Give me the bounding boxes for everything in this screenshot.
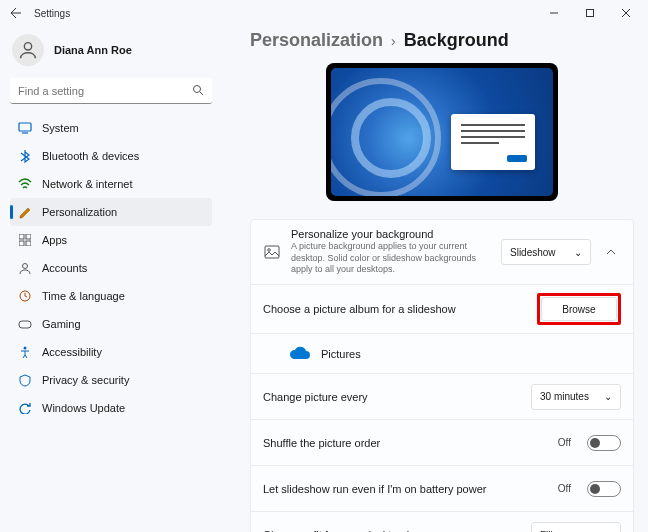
- apps-icon: [18, 233, 32, 247]
- svg-point-14: [24, 347, 27, 350]
- browse-button[interactable]: Browse: [541, 297, 617, 321]
- browse-highlight: Browse: [537, 293, 621, 325]
- titlebar: Settings: [0, 0, 648, 26]
- change-every-title: Change picture every: [263, 391, 521, 403]
- avatar-icon: [12, 34, 44, 66]
- bluetooth-icon: [18, 149, 32, 163]
- update-icon: [18, 401, 32, 415]
- back-button[interactable]: [4, 1, 28, 25]
- desktop-preview: [326, 63, 558, 201]
- personalization-icon: [18, 205, 32, 219]
- sidebar-item-network[interactable]: Network & internet: [10, 170, 212, 198]
- sidebar-item-time[interactable]: Time & language: [10, 282, 212, 310]
- accessibility-icon: [18, 345, 32, 359]
- network-icon: [18, 177, 32, 191]
- sidebar-item-accounts[interactable]: Accounts: [10, 254, 212, 282]
- background-type-dropdown[interactable]: Slideshow ⌄: [501, 239, 591, 265]
- svg-point-16: [268, 249, 271, 252]
- sidebar-item-privacy[interactable]: Privacy & security: [10, 366, 212, 394]
- svg-rect-7: [19, 234, 24, 239]
- svg-rect-9: [19, 241, 24, 246]
- time-icon: [18, 289, 32, 303]
- row-pictures-folder[interactable]: Pictures: [251, 334, 633, 374]
- maximize-button[interactable]: [572, 0, 608, 26]
- user-name: Diana Ann Roe: [54, 44, 132, 56]
- sidebar-item-apps[interactable]: Apps: [10, 226, 212, 254]
- sidebar-item-bluetooth[interactable]: Bluetooth & devices: [10, 142, 212, 170]
- search-input[interactable]: [18, 85, 192, 97]
- personalize-title: Personalize your background: [291, 228, 491, 240]
- svg-line-4: [200, 92, 203, 95]
- row-battery: Let slideshow run even if I'm on battery…: [251, 466, 633, 512]
- privacy-icon: [18, 373, 32, 387]
- chevron-down-icon: ⌄: [574, 247, 582, 258]
- pictures-label: Pictures: [321, 348, 361, 360]
- system-icon: [18, 121, 32, 135]
- album-title: Choose a picture album for a slideshow: [263, 303, 527, 315]
- picture-icon: [263, 244, 281, 260]
- svg-point-11: [23, 264, 28, 269]
- sidebar: Diana Ann Roe System Bluetooth & devices…: [0, 26, 220, 532]
- gaming-icon: [18, 317, 32, 331]
- sidebar-item-gaming[interactable]: Gaming: [10, 310, 212, 338]
- row-choose-album: Choose a picture album for a slideshow B…: [251, 285, 633, 334]
- page-title: Background: [404, 30, 509, 51]
- shuffle-toggle[interactable]: [587, 435, 621, 451]
- close-button[interactable]: [608, 0, 644, 26]
- change-every-dropdown[interactable]: 30 minutes ⌄: [531, 384, 621, 410]
- battery-title: Let slideshow run even if I'm on battery…: [263, 483, 548, 495]
- shuffle-title: Shuffle the picture order: [263, 437, 548, 449]
- accounts-icon: [18, 261, 32, 275]
- collapse-button[interactable]: [601, 249, 621, 255]
- row-change-every: Change picture every 30 minutes ⌄: [251, 374, 633, 420]
- svg-rect-8: [26, 234, 31, 239]
- main-content: Personalization › Background Personalize…: [220, 26, 648, 532]
- svg-rect-1: [587, 10, 594, 17]
- svg-point-2: [24, 43, 31, 50]
- onedrive-icon: [289, 346, 311, 362]
- preview-window-icon: [451, 114, 535, 170]
- svg-rect-10: [26, 241, 31, 246]
- sidebar-item-accessibility[interactable]: Accessibility: [10, 338, 212, 366]
- row-fit: Choose a fit for your desktop image Fill…: [251, 512, 633, 532]
- minimize-button[interactable]: [536, 0, 572, 26]
- user-profile[interactable]: Diana Ann Roe: [10, 30, 212, 78]
- sidebar-item-system[interactable]: System: [10, 114, 212, 142]
- search-box[interactable]: [10, 78, 212, 104]
- breadcrumb-parent[interactable]: Personalization: [250, 30, 383, 51]
- svg-rect-15: [265, 246, 279, 258]
- sidebar-item-personalization[interactable]: Personalization: [10, 198, 212, 226]
- svg-rect-13: [19, 321, 31, 328]
- breadcrumb: Personalization › Background: [250, 30, 634, 51]
- personalize-desc: A picture background applies to your cur…: [291, 241, 491, 276]
- fit-dropdown[interactable]: Fill ⌄: [531, 522, 621, 532]
- app-title: Settings: [34, 8, 70, 19]
- chevron-down-icon: ⌄: [604, 391, 612, 402]
- search-icon: [192, 84, 204, 98]
- chevron-right-icon: ›: [391, 33, 396, 49]
- battery-toggle[interactable]: [587, 481, 621, 497]
- svg-point-3: [194, 85, 201, 92]
- row-personalize-background: Personalize your background A picture ba…: [251, 220, 633, 285]
- settings-card: Personalize your background A picture ba…: [250, 219, 634, 532]
- svg-rect-5: [19, 123, 31, 131]
- nav-list: System Bluetooth & devices Network & int…: [10, 114, 212, 422]
- sidebar-item-update[interactable]: Windows Update: [10, 394, 212, 422]
- shuffle-state: Off: [558, 437, 571, 448]
- row-shuffle: Shuffle the picture order Off: [251, 420, 633, 466]
- battery-state: Off: [558, 483, 571, 494]
